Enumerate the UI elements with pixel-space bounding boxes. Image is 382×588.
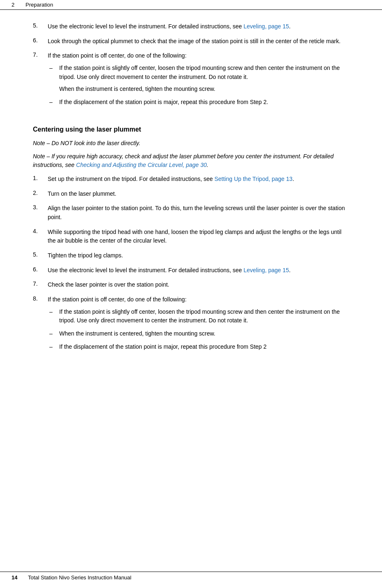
section2-item-2: 2. Turn on the laser plummet. (33, 190, 349, 199)
sub-item-7-1-content: If the station point is slightly off cen… (59, 64, 349, 94)
s2-item-6-content: Use the electronic level to level the in… (48, 266, 349, 275)
list-item-5: 5. Use the electronic level to level the… (33, 22, 349, 31)
footer-book-title: Total Station Nivo Series Instruction Ma… (28, 574, 370, 581)
s2-item-1-before: Set up the instrument on the tripod. For… (48, 176, 214, 182)
sub-item-7-2-content: If the displacement of the station point… (59, 98, 349, 107)
section2-list: 1. Set up the instrument on the tripod. … (33, 175, 349, 356)
s2-item-6-after: . (289, 267, 291, 273)
s2-sub-item-8-3: – If the displacement of the station poi… (48, 343, 349, 352)
s2-sub-8-3-dash: – (48, 343, 59, 352)
item-5-text-after: . (289, 23, 291, 30)
section2-note1: Note – Do NOT look into the laser direct… (33, 139, 349, 148)
sub-item-7-1-subtext: When the instrument is centered, tighten… (59, 85, 349, 94)
sub-item-7-1-dash: – (48, 64, 59, 73)
note2-after: . (207, 162, 208, 168)
section2-item-5: 5. Tighten the tripod leg clamps. (33, 251, 349, 260)
item-7-text: If the station point is off center, do o… (48, 52, 187, 59)
s2-item-3-content: Align the laser pointer to the station p… (48, 204, 349, 222)
item-7-sublist: – If the station point is slightly off c… (48, 64, 349, 107)
section2: Centering using the laser plummet Note –… (33, 126, 349, 356)
s2-sub-item-8-2: – When the instrument is centered, tight… (48, 329, 349, 338)
s2-item-6-num: 6. (33, 266, 48, 273)
page-content: 5. Use the electronic level to level the… (0, 10, 382, 386)
sub-item-7-2-dash: – (48, 98, 59, 107)
s2-item-5-content: Tighten the tripod leg clamps. (48, 251, 349, 260)
s2-item-1-after: . (292, 176, 294, 182)
section2-item-8: 8. If the station point is off center, d… (33, 295, 349, 355)
s2-item-8-sublist: – If the station point is slightly off c… (48, 308, 349, 352)
s2-sub-8-2-content: When the instrument is centered, tighten… (59, 329, 349, 338)
list-item-7: 7. If the station point is off center, d… (33, 51, 349, 111)
item-6-content: Look through the optical plummet to chec… (48, 37, 349, 46)
section2-note2: Note – If you require high accuracy, che… (33, 152, 349, 170)
header-chapter-title: Preparation (25, 2, 53, 8)
section2-item-7: 7. Check the laser pointer is over the s… (33, 280, 349, 289)
s2-item-4-num: 4. (33, 228, 48, 234)
s2-item-8-content: If the station point is off center, do o… (48, 295, 349, 355)
s2-sub-8-1-content: If the station point is slightly off cen… (59, 308, 349, 325)
s2-item-4-content: While supporting the tripod head with on… (48, 228, 349, 245)
item-5-num: 5. (33, 22, 48, 29)
s2-item-2-num: 2. (33, 190, 48, 196)
s2-item-1-content: Set up the instrument on the tripod. For… (48, 175, 349, 184)
s2-sub-8-2-dash: – (48, 329, 59, 338)
section2-item-6: 6. Use the electronic level to level the… (33, 266, 349, 275)
page-footer: 14 Total Station Nivo Series Instruction… (0, 572, 382, 581)
s2-item-1-num: 1. (33, 175, 48, 181)
item-5-text-before: Use the electronic level to level the in… (48, 23, 243, 30)
s2-item-7-num: 7. (33, 280, 48, 287)
s2-sub-8-1-dash: – (48, 308, 59, 317)
s2-sub-8-3-content: If the displacement of the station point… (59, 343, 349, 352)
s2-item-5-num: 5. (33, 251, 48, 258)
sub-item-7-1-text: If the station point is slightly off cen… (59, 65, 340, 80)
note2-link[interactable]: Checking and Adjusting the Circular Leve… (76, 162, 207, 168)
header-separator (18, 2, 22, 8)
s2-item-7-content: Check the laser pointer is over the stat… (48, 280, 349, 289)
s2-item-1-link[interactable]: Setting Up the Tripod, page 13 (214, 176, 292, 182)
item-6-num: 6. (33, 37, 48, 44)
item-5-content: Use the electronic level to level the in… (48, 22, 349, 31)
s2-item-8-num: 8. (33, 295, 48, 302)
item-5-link[interactable]: Leveling, page 15 (243, 23, 289, 30)
sub-item-7-1: – If the station point is slightly off c… (48, 64, 349, 94)
section2-item-4: 4. While supporting the tripod head with… (33, 228, 349, 245)
header-chapter-num: 2 (12, 2, 14, 8)
s2-item-3-num: 3. (33, 204, 48, 211)
page-header: 2 Preparation (0, 0, 382, 10)
section2-heading: Centering using the laser plummet (33, 126, 349, 133)
section1-list: 5. Use the electronic level to level the… (33, 22, 349, 111)
footer-page-num: 14 (12, 574, 28, 581)
sub-item-7-2: – If the displacement of the station poi… (48, 98, 349, 107)
s2-item-6-before: Use the electronic level to level the in… (48, 267, 243, 273)
s2-item-8-text: If the station point is off center, do o… (48, 296, 187, 303)
s2-item-6-link[interactable]: Leveling, page 15 (243, 267, 289, 273)
list-item-6: 6. Look through the optical plummet to c… (33, 37, 349, 46)
item-7-content: If the station point is off center, do o… (48, 51, 349, 111)
s2-item-2-content: Turn on the laser plummet. (48, 190, 349, 199)
section2-item-3: 3. Align the laser pointer to the statio… (33, 204, 349, 222)
item-7-num: 7. (33, 51, 48, 58)
section2-item-1: 1. Set up the instrument on the tripod. … (33, 175, 349, 184)
s2-sub-item-8-1: – If the station point is slightly off c… (48, 308, 349, 325)
